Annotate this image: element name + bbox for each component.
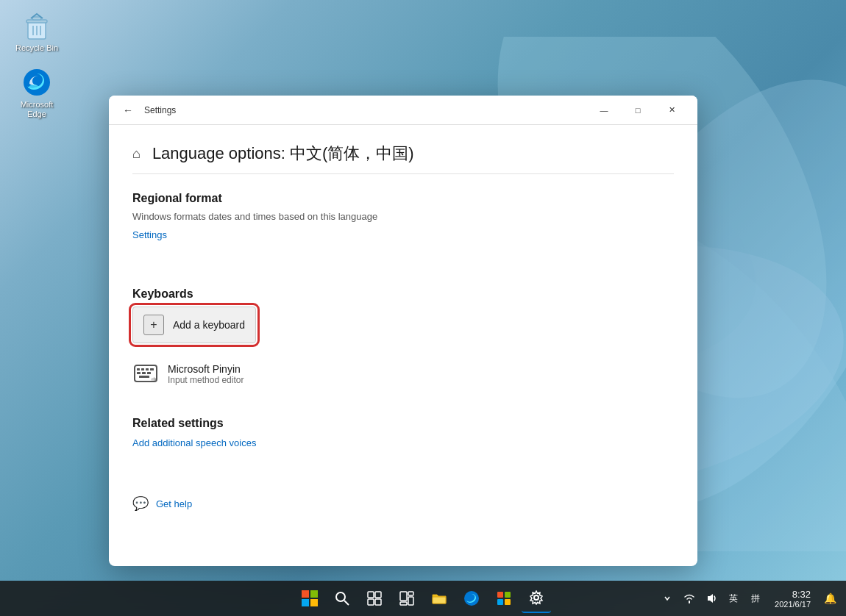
regional-format-section: Regional format Windows formats dates an… [132,192,674,264]
taskbar-taskview-button[interactable] [360,584,389,613]
titlebar-nav: ← Settings [118,100,176,121]
taskbar-tray-icons: 英 拼 [657,588,766,609]
svg-rect-29 [375,592,381,598]
svg-rect-39 [505,592,511,598]
svg-rect-28 [368,592,374,598]
svg-rect-40 [497,599,503,605]
pinyin-keyboard-icon: 中 [132,361,159,387]
svg-rect-36 [433,597,446,604]
svg-rect-19 [147,372,151,374]
taskbar-center [295,584,551,613]
page-header: ⌂ Language options: 中文(简体，中国) [132,143,674,174]
svg-rect-24 [302,599,309,606]
desktop-icon-edge[interactable]: Microsoft Edge [7,64,66,123]
svg-rect-32 [400,592,407,601]
add-keyboard-icon: + [143,315,164,335]
get-help-icon: 💬 [132,495,149,512]
svg-text:中: 中 [152,377,157,383]
add-keyboard-button[interactable]: + Add a keyboard [132,307,256,343]
keyboard-item-pinyin: 中 Microsoft Pinyin Input method editor [132,355,674,393]
keyboards-title: Keyboards [132,287,674,301]
svg-point-11 [24,69,50,96]
regional-format-desc: Windows formats dates and times based on… [132,211,674,222]
svg-point-42 [534,595,538,600]
regional-format-settings-link[interactable]: Settings [132,229,167,240]
taskbar: 英 拼 8:32 2021/6/17 🔔 [0,581,846,616]
svg-rect-20 [139,376,149,378]
desktop-icons-container: Recycle Bin Microsoft Edge [7,7,66,123]
recycle-bin-icon [22,11,51,40]
minimize-button[interactable]: — [587,96,621,125]
settings-window: ← Settings — □ ✕ ⌂ Language options: 中文(… [109,96,697,566]
page-title: Language options: 中文(简体，中国) [152,143,414,165]
clock-time: 8:32 [775,589,811,600]
home-icon[interactable]: ⌂ [132,146,141,162]
window-titlebar: ← Settings — □ ✕ [109,96,697,125]
taskbar-store-button[interactable] [489,584,519,613]
taskbar-start-button[interactable] [295,584,324,613]
maximize-button[interactable]: □ [621,96,655,125]
svg-rect-30 [368,599,374,605]
svg-rect-31 [375,599,381,605]
svg-rect-7 [32,17,41,20]
regional-format-title: Regional format [132,192,674,205]
pinyin-keyboard-desc: Input method editor [168,375,244,385]
recycle-bin-label: Recycle Bin [15,43,58,53]
get-help-row: 💬 Get help [132,495,674,512]
svg-rect-18 [142,372,146,374]
taskbar-edge-button[interactable] [457,584,486,613]
desktop: Recycle Bin Microsoft Edge ← Settings [0,0,846,616]
svg-rect-22 [302,590,309,598]
window-content: ⌂ Language options: 中文(简体，中国) Regional f… [109,125,697,566]
related-settings-section: Related settings Add additional speech v… [132,417,674,472]
svg-rect-38 [497,592,503,598]
svg-rect-14 [141,368,144,370]
pinyin-keyboard-info: Microsoft Pinyin Input method editor [168,363,244,385]
add-keyboard-label: Add a keyboard [173,319,245,331]
taskbar-widgets-button[interactable] [392,584,422,613]
get-help-link[interactable]: Get help [156,498,192,509]
close-button[interactable]: ✕ [655,96,689,125]
edge-label: Microsoft Edge [11,100,63,119]
svg-point-26 [336,592,345,601]
svg-rect-13 [137,368,140,370]
svg-rect-16 [150,368,154,370]
svg-point-37 [464,591,479,606]
tray-network-icon[interactable] [679,588,700,609]
tray-language-icon[interactable]: 英 [723,588,744,609]
svg-rect-17 [137,372,141,374]
window-title: Settings [144,105,176,115]
taskbar-search-button[interactable] [327,584,357,613]
svg-rect-35 [400,602,407,605]
keyboards-section: Keyboards + Add a keyboard [132,287,674,393]
add-speech-voices-link[interactable]: Add additional speech voices [132,437,256,448]
svg-rect-34 [408,597,413,605]
tray-chevron[interactable] [657,588,678,609]
svg-line-27 [344,601,349,605]
svg-rect-41 [505,599,511,605]
desktop-icon-recycle-bin[interactable]: Recycle Bin [7,7,66,57]
taskbar-right: 英 拼 8:32 2021/6/17 🔔 [657,587,840,610]
window-controls: — □ ✕ [587,96,689,125]
taskbar-fileexplorer-button[interactable] [424,584,454,613]
svg-rect-25 [310,599,318,606]
taskbar-clock[interactable]: 8:32 2021/6/17 [769,587,817,610]
pinyin-keyboard-name: Microsoft Pinyin [168,363,244,375]
svg-rect-23 [310,590,318,598]
clock-date: 2021/6/17 [775,600,811,609]
tray-ime-icon[interactable]: 拼 [745,588,766,609]
edge-icon [22,68,51,97]
svg-rect-33 [408,592,413,595]
taskbar-settings-button[interactable] [522,584,551,613]
related-settings-title: Related settings [132,417,674,430]
tray-notification-icon[interactable]: 🔔 [820,588,840,609]
svg-rect-15 [146,368,149,370]
back-button[interactable]: ← [118,100,138,121]
tray-sound-icon[interactable] [701,588,722,609]
